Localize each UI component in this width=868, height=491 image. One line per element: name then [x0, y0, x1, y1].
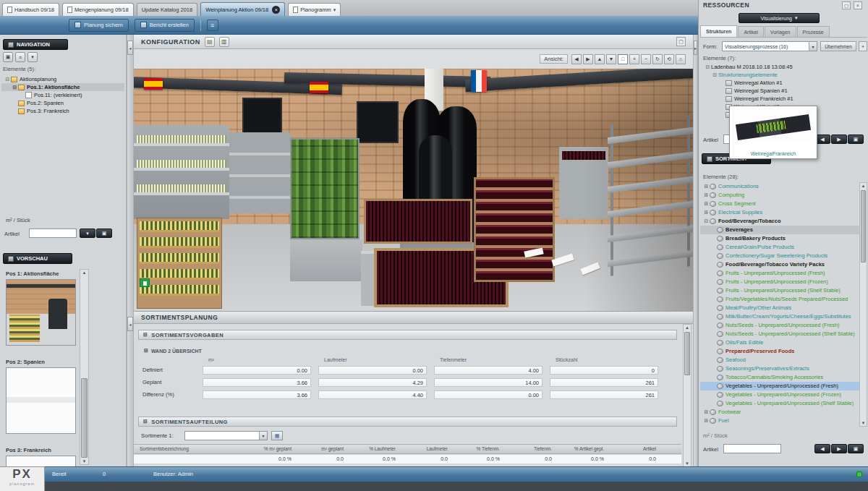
scroll-up-icon[interactable]: ▲	[860, 184, 867, 188]
preview-header[interactable]: VORSCHAU	[3, 253, 72, 264]
filter-button[interactable]: ▶	[831, 444, 847, 453]
planogram-thumbnail[interactable]	[6, 456, 76, 466]
tree-item[interactable]: ⊞Computing	[700, 191, 859, 200]
view-nav-button[interactable]: ◀	[571, 54, 582, 64]
resources-tab[interactable]: Artikel	[738, 26, 763, 37]
document-tab[interactable]: Update Katalog 2018	[137, 3, 197, 16]
tree-item[interactable]: Pos.11: (verkleinert)	[1, 91, 124, 99]
scrollbar-thumb[interactable]	[861, 190, 866, 262]
scroll-up-icon[interactable]: ▲	[684, 325, 691, 330]
tree-item[interactable]: ⊟Pos.1: Aktionsfläche	[1, 83, 124, 91]
planogram-thumbnail[interactable]	[6, 367, 76, 434]
filter-button[interactable]: ▾	[80, 229, 95, 238]
tree-item[interactable]: Vegetables - Unprepared/Unprocessed (Fro…	[700, 390, 859, 399]
tree-item[interactable]: Fruits - Unprepared/Unprocessed (Frozen)	[700, 278, 859, 286]
tree-item[interactable]: ⊟Aktionsplanung	[1, 75, 124, 83]
planning-scrollbar[interactable]: ▲ ▼	[683, 324, 692, 466]
tree-item[interactable]: Pos.2: Spanien	[1, 99, 124, 107]
collapse-left-icon2[interactable]: ◂	[127, 317, 133, 331]
resource-type-button[interactable]: Visualisierung ▾	[739, 13, 820, 23]
tree-item[interactable]: ⊞Footwear	[700, 408, 859, 417]
save-view-icon[interactable]: ▤	[205, 37, 215, 47]
tree-tool-icon[interactable]: ▣	[3, 52, 13, 62]
view-nav-button[interactable]: ↻	[652, 54, 663, 64]
tree-item[interactable]: Weinregal Frankreich #1	[702, 95, 865, 103]
chevron-down-icon[interactable]: ▾	[333, 7, 336, 13]
article-search-input[interactable]	[723, 444, 781, 453]
document-tab[interactable]: Weinplanung Aktion 09/18×	[200, 2, 285, 16]
sortiment-grid-button[interactable]: ▦	[271, 431, 283, 440]
filter-button[interactable]: ▣	[848, 135, 864, 144]
filter-button[interactable]: ▣	[848, 444, 864, 453]
tree-item[interactable]: Fruits - Unprepared/Unprocessed (Fresh)	[700, 269, 859, 278]
view-nav-button[interactable]: ▲	[595, 54, 605, 64]
tree-item[interactable]: Cereal/Grain/Pulse Products	[700, 243, 859, 252]
minus-expander-icon[interactable]: ⊟	[712, 71, 718, 79]
tree-item[interactable]: Prepared/Preserved Foods	[700, 347, 859, 356]
resources-tab[interactable]: Strukturen	[700, 25, 737, 37]
save-plan-button[interactable]: Planung sichern	[69, 19, 129, 32]
document-tab[interactable]: Mengenplanung 09/18	[62, 3, 134, 16]
close-icon[interactable]: ×	[854, 1, 862, 9]
apply-button[interactable]: Übernehmen	[820, 41, 856, 51]
tree-item[interactable]: Pos.3: Frankreich	[1, 107, 124, 115]
chevron-down-icon[interactable]: ▾	[809, 42, 817, 51]
filter-button[interactable]: ▣	[96, 229, 112, 238]
minus-expander-icon[interactable]: ⊟	[4, 75, 11, 83]
export-report-button[interactable]: Bericht erstellen	[135, 19, 195, 32]
planogram-thumbnail[interactable]	[6, 279, 76, 346]
tree-item[interactable]: ⊞Cross Segment	[700, 200, 859, 208]
navigation-header[interactable]: NAVIGATION	[3, 39, 68, 50]
collapse-subsection-icon[interactable]: ⊟	[144, 348, 148, 354]
plus-expander-icon[interactable]: ⊞	[703, 191, 710, 200]
tree-item[interactable]: Weinregal Spanien #1	[702, 87, 865, 95]
collapse-right-icon[interactable]: ▸	[694, 40, 697, 55]
restore-icon[interactable]: ▢	[842, 1, 851, 9]
subsection-wand2[interactable]: ⊟ WAND 2 ÜBERSICHT	[144, 346, 202, 355]
minus-expander-icon[interactable]: ⊟	[703, 217, 710, 226]
tree-item[interactable]: Seasonings/Preservatives/Extracts	[700, 364, 859, 373]
scroll-down-icon[interactable]: ▼	[80, 459, 88, 464]
tree-item[interactable]: ⊟Food/Beverage/Tobacco	[700, 217, 859, 226]
scroll-down-icon[interactable]: ▼	[684, 461, 691, 466]
collapse-section-icon[interactable]: ⊟	[143, 332, 148, 338]
tree-item[interactable]: Vegetables - Unprepared/Unprocessed (Fre…	[700, 382, 859, 390]
snapshot-icon[interactable]: ▥	[219, 37, 229, 47]
view-dropdown[interactable]: Ansicht:	[540, 54, 568, 64]
tree-tool-icon[interactable]: ≡	[15, 52, 25, 62]
expand-section-icon[interactable]: ⊟	[143, 419, 148, 424]
filter-button[interactable]: ▶	[831, 135, 847, 144]
scroll-down-icon[interactable]: ▼	[860, 421, 867, 425]
view-nav-button[interactable]: +	[629, 54, 639, 64]
plus-expander-icon[interactable]: ⊞	[703, 408, 710, 417]
tree-item[interactable]: Bread/Bakery Products	[700, 234, 859, 243]
scrollbar-thumb[interactable]	[684, 332, 690, 375]
view-nav-button[interactable]: ⟲	[664, 54, 674, 64]
view-nav-button[interactable]: ▶	[583, 54, 593, 64]
resources-tab[interactable]: Vorlagen	[765, 26, 796, 37]
tree-item[interactable]: Milk/Butter/Cream/Yogurts/Cheese/Eggs/Su…	[700, 312, 859, 321]
tree-item[interactable]: Fruits/Vegetables/Nuts/Seeds Prepared/Pr…	[700, 295, 859, 304]
add-button[interactable]: +	[859, 41, 867, 51]
tree-item[interactable]: Weinregal Aktion #1	[702, 79, 865, 87]
tree-item[interactable]: ⊞Electrical Supplies	[700, 208, 859, 217]
document-tab[interactable]: Planogramm▾	[288, 3, 341, 16]
close-icon[interactable]: ×	[272, 6, 280, 14]
scrollbar-thumb[interactable]	[81, 378, 88, 458]
plus-expander-icon[interactable]: ⊞	[703, 182, 710, 191]
tree-tool-icon[interactable]: ▾	[27, 52, 38, 62]
plus-expander-icon[interactable]: ⊞	[703, 208, 710, 217]
right-splitter[interactable]: ▸	[693, 35, 698, 466]
filter-button[interactable]: ◀	[814, 444, 830, 453]
tree-item[interactable]: Vegetables - Unprepared/Unprocessed (She…	[700, 399, 859, 408]
view-nav-button[interactable]: □	[618, 54, 628, 64]
distribution-table-row[interactable]: 0.0 %0.00.0 %0.00.0 %0.00.0 %0.0	[134, 455, 681, 464]
tree-item[interactable]: Nuts/Seeds - Unprepared/Unprocessed (Fre…	[700, 321, 859, 330]
document-tab[interactable]: Handbuch 09/18	[2, 3, 59, 16]
maximize-icon[interactable]: ▢	[676, 37, 686, 46]
tree-item[interactable]: Nuts/Seeds - Unprepared/Unprocessed (She…	[700, 330, 859, 338]
tree-item[interactable]: Food/Beverage/Tobacco Variety Packs	[700, 260, 859, 269]
plus-expander-icon[interactable]: ⊞	[703, 417, 710, 425]
category-tree-scrollbar[interactable]: ▲ ▼	[859, 182, 867, 427]
chevron-down-icon[interactable]: ▾	[259, 432, 267, 440]
